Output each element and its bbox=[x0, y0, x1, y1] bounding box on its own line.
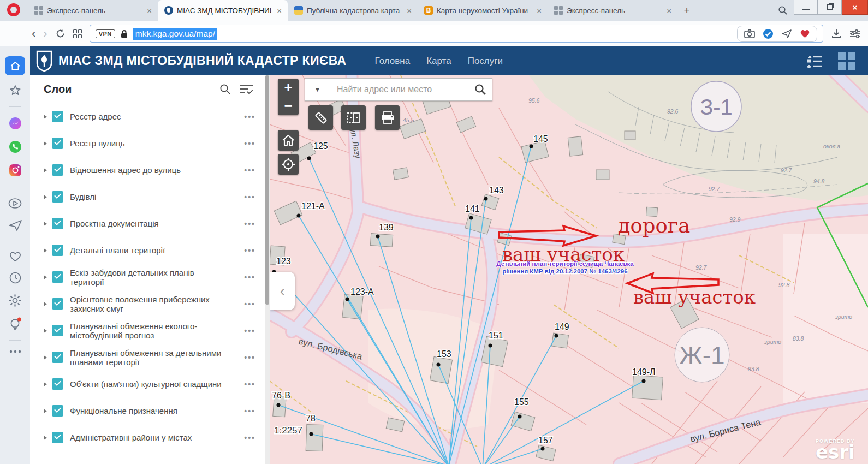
layer-menu-icon[interactable]: ••• bbox=[244, 300, 263, 308]
url-text[interactable]: mkk.kga.gov.ua/map/ bbox=[133, 28, 217, 40]
tab-express-panel-1[interactable]: Экспресс-панель × bbox=[28, 0, 158, 21]
layers-scrollbar[interactable] bbox=[265, 75, 270, 464]
layer-row[interactable]: Проєктна документація••• bbox=[44, 210, 263, 237]
tab-search-icon[interactable] bbox=[772, 5, 794, 15]
nav-home[interactable]: Головна bbox=[375, 56, 411, 67]
layer-menu-icon[interactable]: ••• bbox=[244, 380, 263, 389]
zoom-out-button[interactable]: − bbox=[278, 97, 299, 115]
layer-checkbox[interactable] bbox=[52, 432, 63, 443]
measure-tool-button[interactable] bbox=[308, 105, 333, 130]
shield-check-icon[interactable] bbox=[763, 28, 774, 39]
expand-caret-icon[interactable] bbox=[44, 329, 47, 333]
layer-checkbox[interactable] bbox=[52, 325, 63, 336]
layer-checkbox[interactable] bbox=[52, 378, 63, 390]
expand-caret-icon[interactable] bbox=[44, 115, 47, 119]
layer-menu-icon[interactable]: ••• bbox=[244, 407, 263, 415]
expand-caret-icon[interactable] bbox=[44, 248, 47, 253]
layer-checkbox[interactable] bbox=[52, 271, 63, 283]
layer-menu-icon[interactable]: ••• bbox=[244, 139, 263, 148]
tab-close-icon[interactable]: × bbox=[145, 6, 153, 15]
tips-bulb-icon[interactable] bbox=[9, 317, 22, 331]
settings-gear-icon[interactable] bbox=[8, 294, 22, 307]
layer-menu-icon[interactable]: ••• bbox=[244, 433, 263, 442]
layer-row[interactable]: Ескіз забудови детальних планів територі… bbox=[44, 264, 263, 290]
map-viewport[interactable]: З-1 Ж-1 вул. Лазу вул. Бродівська вул. Б… bbox=[270, 75, 868, 464]
back-icon[interactable]: ‹ bbox=[32, 28, 35, 40]
layer-checkbox[interactable] bbox=[52, 352, 63, 363]
tab-realty-map[interactable]: B Карта нерухомості України × bbox=[418, 0, 548, 21]
layer-menu-icon[interactable]: ••• bbox=[244, 112, 263, 121]
telegram-plane-icon[interactable] bbox=[8, 219, 22, 231]
speed-dial-icon[interactable] bbox=[73, 29, 82, 38]
layer-checkbox[interactable] bbox=[52, 298, 63, 310]
expand-caret-icon[interactable] bbox=[44, 168, 47, 172]
sidebar-home-button[interactable] bbox=[5, 56, 25, 75]
tab-close-icon[interactable]: × bbox=[535, 6, 543, 15]
expand-caret-icon[interactable] bbox=[44, 302, 47, 306]
bookmark-heart-icon[interactable] bbox=[800, 29, 810, 38]
basemap-grid-icon[interactable] bbox=[837, 52, 856, 70]
layer-menu-icon[interactable]: ••• bbox=[244, 219, 263, 228]
opera-logo-icon[interactable] bbox=[7, 3, 20, 16]
print-tool-button[interactable] bbox=[375, 105, 400, 130]
layer-checkbox[interactable] bbox=[52, 245, 63, 256]
layer-checkbox[interactable] bbox=[52, 218, 63, 229]
favorites-heart-icon[interactable] bbox=[9, 251, 22, 262]
expand-caret-icon[interactable] bbox=[44, 141, 47, 146]
snapshot-camera-icon[interactable] bbox=[744, 29, 755, 39]
map-search-input[interactable] bbox=[330, 79, 468, 100]
send-plane-icon[interactable] bbox=[781, 29, 792, 39]
window-close-button[interactable]: × bbox=[842, 0, 868, 15]
tab-cadastral-map[interactable]: Публічна кадастрова карта × bbox=[288, 0, 418, 21]
tab-express-panel-2[interactable]: Экспресс-панель × bbox=[548, 0, 677, 21]
layer-menu-icon[interactable]: ••• bbox=[244, 246, 263, 255]
tab-mias-active[interactable]: МІАС ЗМД МІСТОБУДІВНИЙ × bbox=[158, 0, 288, 21]
tab-close-icon[interactable]: × bbox=[275, 6, 283, 15]
expand-caret-icon[interactable] bbox=[44, 275, 47, 279]
layer-row[interactable]: Реєстр вулиць••• bbox=[44, 130, 263, 157]
layer-menu-icon[interactable]: ••• bbox=[244, 326, 263, 335]
search-dropdown-button[interactable]: ▼ bbox=[305, 79, 330, 100]
speed-dial-star-icon[interactable] bbox=[9, 85, 22, 97]
sidebar-more-icon[interactable] bbox=[9, 350, 21, 353]
layer-checkbox[interactable] bbox=[52, 111, 63, 122]
layer-checkbox[interactable] bbox=[52, 191, 63, 203]
layer-row[interactable]: Будівлі••• bbox=[44, 183, 263, 210]
window-maximize-button[interactable] bbox=[818, 0, 842, 15]
new-tab-button[interactable]: + bbox=[677, 0, 696, 21]
layer-row[interactable]: Реєстр адрес••• bbox=[44, 103, 263, 130]
tab-close-icon[interactable]: × bbox=[405, 6, 413, 15]
home-extent-button[interactable] bbox=[278, 130, 299, 151]
legend-list-icon[interactable] bbox=[807, 53, 823, 69]
layer-menu-icon[interactable]: ••• bbox=[244, 273, 263, 282]
layer-menu-icon[interactable]: ••• bbox=[244, 166, 263, 175]
layer-row[interactable]: Планувальні обмеження за детальними план… bbox=[44, 344, 263, 371]
layer-checkbox[interactable] bbox=[52, 138, 63, 149]
zoom-in-button[interactable]: + bbox=[278, 79, 299, 97]
expand-caret-icon[interactable] bbox=[44, 409, 47, 413]
locate-me-button[interactable] bbox=[278, 154, 299, 175]
expand-caret-icon[interactable] bbox=[44, 436, 47, 440]
nav-map[interactable]: Карта bbox=[426, 56, 451, 67]
expand-caret-icon[interactable] bbox=[44, 222, 47, 226]
whatsapp-icon[interactable] bbox=[8, 140, 22, 154]
downloads-icon[interactable] bbox=[831, 28, 842, 39]
layer-row[interactable]: Об'єкти (пам'ятки) культурної спадщини••… bbox=[44, 371, 263, 397]
player-icon[interactable] bbox=[8, 197, 22, 210]
layer-row[interactable]: Планувальні обмеження еколого-містобудів… bbox=[44, 317, 263, 344]
swipe-tool-button[interactable] bbox=[341, 105, 366, 130]
tab-close-icon[interactable]: × bbox=[665, 6, 673, 15]
layer-menu-icon[interactable]: ••• bbox=[244, 353, 263, 362]
layer-menu-icon[interactable]: ••• bbox=[244, 193, 263, 201]
forward-icon[interactable]: › bbox=[43, 28, 47, 40]
layers-filter-icon[interactable] bbox=[240, 84, 253, 95]
window-minimize-button[interactable] bbox=[794, 0, 818, 15]
expand-caret-icon[interactable] bbox=[44, 195, 47, 199]
layer-row[interactable]: Детальні плани території••• bbox=[44, 237, 263, 264]
vpn-badge[interactable]: VPN bbox=[96, 29, 115, 38]
map-search-button[interactable] bbox=[468, 79, 492, 100]
messenger-icon[interactable] bbox=[8, 116, 22, 130]
layers-search-icon[interactable] bbox=[219, 84, 231, 95]
layer-row[interactable]: Адміністративні райони у містах••• bbox=[44, 424, 263, 451]
layer-row[interactable]: Відношення адрес до вулиць••• bbox=[44, 157, 263, 183]
